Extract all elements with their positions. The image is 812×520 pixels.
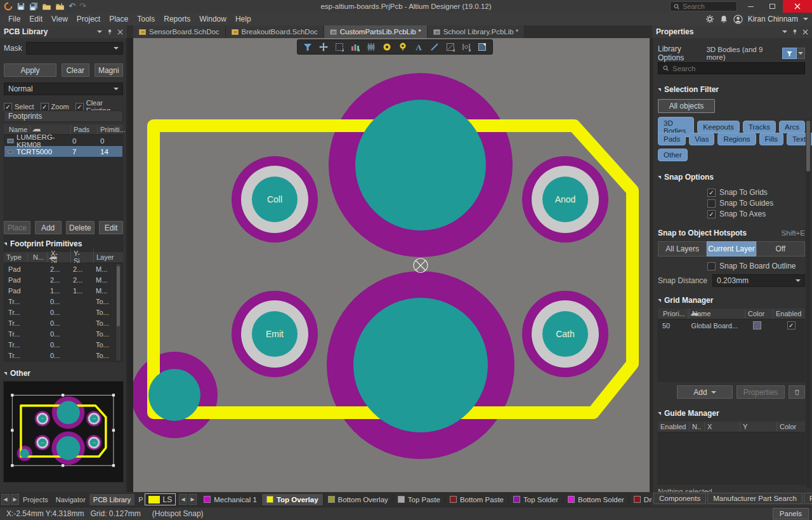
doc-tab-breakoutboard[interactable]: BreakoutBoard.SchDoc <box>226 25 324 38</box>
panel-menu-icon[interactable] <box>97 30 102 33</box>
string-icon[interactable]: A <box>411 41 426 53</box>
layer-tab[interactable]: Mechanical 1 <box>199 494 262 505</box>
primitive-row[interactable]: Tr... 0... To... <box>4 307 122 317</box>
layer-scroll-right-icon[interactable]: ▶ <box>188 494 197 505</box>
primitives-scrollbar[interactable] <box>115 263 121 361</box>
snap-to-grids-checkbox[interactable]: ✓Snap To Grids <box>707 188 812 197</box>
segment-all-layers[interactable]: All Layers <box>658 241 707 257</box>
notifications-bell-icon[interactable] <box>719 15 728 23</box>
move-icon[interactable] <box>316 41 331 53</box>
dimension-icon[interactable] <box>443 41 458 53</box>
footprint-primitives-section-header[interactable]: Footprint Primitives <box>4 239 123 248</box>
grid-color-swatch[interactable] <box>753 321 761 330</box>
magnify-button[interactable]: Magni <box>95 63 123 77</box>
close-icon[interactable] <box>117 29 123 35</box>
filter-chip-pads[interactable]: Pads <box>658 133 686 145</box>
layer-tab[interactable]: Drill Guide <box>629 494 652 505</box>
line-icon[interactable] <box>427 41 442 53</box>
close-button[interactable] <box>783 0 812 13</box>
filter-chip-arcs[interactable]: Arcs <box>779 121 805 133</box>
global-search-box[interactable] <box>670 1 737 11</box>
filter-select-icon[interactable] <box>300 41 315 53</box>
pin-icon[interactable] <box>107 29 113 36</box>
open-project-icon[interactable] <box>55 2 65 11</box>
grid-delete-button[interactable] <box>789 385 805 399</box>
filter-chip-fills[interactable]: Fills <box>759 133 783 145</box>
segment-current-layer[interactable]: Current Layer <box>707 241 756 257</box>
user-name[interactable]: Kiran Chinnam <box>748 15 798 23</box>
menu-file[interactable]: File <box>4 13 25 25</box>
layer-tab[interactable]: Top Solder <box>509 494 563 505</box>
edit-button[interactable]: Edit <box>99 221 123 234</box>
guide-manager-header[interactable]: Guide Manager <box>658 409 805 418</box>
grid-manager-table-header[interactable]: Priori... Name Color Enabled <box>658 309 805 319</box>
filter-chip-keepouts[interactable]: Keepouts <box>697 121 740 133</box>
grid-enabled-checkbox[interactable]: ✓ <box>787 321 796 330</box>
select-area-icon[interactable] <box>332 41 347 53</box>
primitive-row[interactable]: Tr... 0... To... <box>4 317 122 328</box>
panel-tabs-scroll-right-icon[interactable]: ▶ <box>11 494 19 505</box>
filter-dropdown-button[interactable] <box>797 48 805 59</box>
clear-button[interactable]: Clear <box>62 63 89 77</box>
panel-tab-truncated[interactable]: P <box>134 494 143 505</box>
grid-add-button[interactable]: Add <box>677 385 733 399</box>
snap-distance-dropdown[interactable]: 0.203mm <box>712 274 805 287</box>
layer-tab[interactable]: Bottom Solder <box>563 494 629 505</box>
segment-off[interactable]: Off <box>756 241 805 257</box>
zoom-checkbox[interactable]: ✓Zoom <box>41 103 69 111</box>
layer-tab[interactable]: Top Overlay <box>262 494 324 505</box>
primitive-row[interactable]: Tr... 0... To... <box>4 328 122 339</box>
dock-tab-properties[interactable]: Properties <box>804 493 812 504</box>
doc-tab-custompartslib[interactable]: CustomPartsLib.PcbLib * <box>324 25 428 38</box>
pin-icon[interactable] <box>792 29 798 36</box>
filter-chip-tracks[interactable]: Tracks <box>743 121 776 133</box>
properties-search-box[interactable] <box>658 62 805 74</box>
region-icon[interactable] <box>475 41 490 53</box>
save-all-icon[interactable] <box>29 2 38 11</box>
pcb-canvas[interactable]: Coll Anod Emit Cath <box>133 38 650 492</box>
mask-dropdown[interactable] <box>26 42 123 55</box>
filter-scope-label[interactable]: 3D Bodies (and 9 more) <box>706 46 779 61</box>
menu-project[interactable]: Project <box>72 13 105 25</box>
global-search-input[interactable] <box>683 3 733 10</box>
component-icon[interactable] <box>363 41 379 53</box>
layer-set-selector[interactable]: LS <box>145 493 176 505</box>
filter-chip-vias[interactable]: Vias <box>689 133 714 145</box>
close-icon[interactable] <box>802 29 808 35</box>
panels-button[interactable]: Panels <box>773 508 809 519</box>
footprint-row-tcrt5000[interactable]: TCRT5000 7 14 <box>4 146 122 157</box>
snap-to-guides-checkbox[interactable]: Snap To Guides <box>707 199 812 208</box>
panel-tab-projects[interactable]: Projects <box>19 494 52 505</box>
all-objects-button[interactable]: All objects <box>658 99 715 113</box>
standard-dimension-icon[interactable] <box>459 41 474 53</box>
menu-tools[interactable]: Tools <box>133 13 159 25</box>
doc-tab-sensorboard[interactable]: SensorBoard.SchDoc <box>133 25 226 38</box>
panel-tab-pcb-library[interactable]: PCB Library <box>89 494 134 505</box>
pad-icon[interactable] <box>379 41 395 53</box>
chevron-down-icon[interactable] <box>803 18 808 20</box>
menu-view[interactable]: View <box>47 13 72 25</box>
selection-filter-header[interactable]: Selection Filter <box>658 85 805 94</box>
primitive-row[interactable]: Pad 1... 1... M... <box>4 285 122 296</box>
dock-tab-components[interactable]: Components <box>653 493 706 504</box>
maximize-button[interactable] <box>763 0 782 13</box>
save-icon[interactable] <box>16 2 25 11</box>
snap-board-outline-checkbox[interactable]: Snap To Board Outline <box>707 262 812 270</box>
primitive-row[interactable]: Pad 2... 2... M... <box>4 263 122 274</box>
filter-chip-regions[interactable]: Regions <box>717 133 756 145</box>
primitive-row[interactable]: Pad 2... 2... M... <box>4 274 122 285</box>
place-button[interactable]: Place <box>4 221 30 234</box>
snap-to-axes-checkbox[interactable]: ✓Snap To Axes <box>707 210 812 218</box>
panel-tabs-scroll-left-icon[interactable]: ◀ <box>1 494 10 505</box>
select-checkbox[interactable]: ✓Select <box>4 103 34 111</box>
delete-button[interactable]: Delete <box>66 221 95 234</box>
menu-reports[interactable]: Reports <box>159 13 195 25</box>
apply-button[interactable]: Apply <box>4 63 56 77</box>
footprint-row-lumberg[interactable]: LUMBERG-KRM08 0 0 <box>4 135 122 146</box>
menu-window[interactable]: Window <box>195 13 231 25</box>
layer-tab[interactable]: Bottom Paste <box>445 494 509 505</box>
redo-icon[interactable]: ↷ <box>79 2 86 11</box>
grid-properties-button[interactable]: Properties <box>737 385 785 399</box>
via-icon[interactable] <box>395 41 410 53</box>
panel-menu-icon[interactable] <box>782 30 787 33</box>
